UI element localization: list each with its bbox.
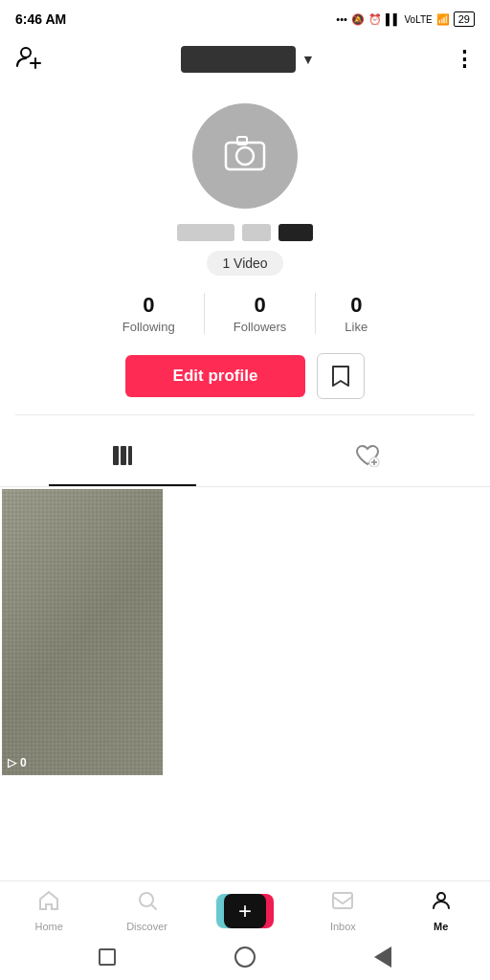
svg-rect-7 (121, 446, 126, 465)
svg-point-0 (21, 48, 31, 57)
nav-discover[interactable]: Discover (119, 889, 176, 932)
status-bar: 6:46 AM ••• 🔕 ⏰ ▌▌ VoLTE 📶 29 (0, 0, 490, 34)
svg-rect-14 (333, 893, 352, 908)
nav-inbox[interactable]: Inbox (314, 889, 371, 932)
video-thumbnail[interactable]: ▷ 0 (2, 489, 163, 775)
svg-point-15 (437, 893, 445, 901)
inbox-label: Inbox (330, 921, 356, 932)
circle-icon (234, 947, 256, 968)
play-icon: ▷ (8, 756, 16, 769)
nav-home[interactable]: Home (20, 889, 78, 932)
me-label: Me (434, 921, 448, 932)
video-grid: ▷ 0 (0, 487, 490, 777)
following-count: 0 (143, 293, 154, 318)
alarm-icon: ⏰ (368, 13, 382, 26)
triangle-icon (374, 947, 391, 968)
username-text-3 (278, 224, 313, 241)
username-area (177, 224, 313, 241)
followers-label: Followers (234, 320, 287, 334)
svg-point-4 (236, 147, 254, 165)
tab-grid[interactable] (0, 431, 245, 486)
inbox-icon (331, 889, 354, 918)
mute-icon: 🔕 (351, 13, 365, 26)
bookmark-button[interactable] (317, 353, 365, 399)
edit-profile-button[interactable]: Edit profile (125, 355, 306, 397)
followers-count: 0 (254, 293, 265, 318)
video-badge: 1 Video (207, 251, 282, 276)
profile-section: 1 Video 0 Following 0 Followers 0 Like E… (0, 84, 490, 431)
likes-label: Like (345, 320, 368, 334)
following-label: Following (122, 320, 175, 334)
plus-icon: + (238, 900, 252, 923)
signal-bars-icon: ▌▌ (386, 13, 401, 25)
video-play-count: ▷ 0 (8, 756, 27, 769)
username-text-1 (177, 224, 234, 241)
top-nav: ▼ ⋮ (0, 34, 490, 84)
signal-dots-icon: ••• (336, 13, 347, 25)
more-options-button[interactable]: ⋮ (454, 47, 475, 72)
nav-me[interactable]: Me (412, 889, 470, 932)
bottom-nav: Home Discover + (0, 880, 490, 980)
camera-icon (222, 129, 268, 184)
stats-row: 0 Following 0 Followers 0 Like (15, 293, 475, 334)
android-back-button[interactable] (94, 944, 121, 970)
play-count-number: 0 (20, 756, 27, 769)
nav-items: Home Discover + (0, 881, 490, 936)
android-home-button[interactable] (232, 944, 258, 970)
following-stat[interactable]: 0 Following (94, 293, 205, 334)
action-buttons: Edit profile (125, 353, 366, 399)
profile-divider (15, 414, 475, 415)
likes-count: 0 (350, 293, 362, 318)
android-nav-bar (0, 936, 490, 980)
battery-icon: 29 (454, 11, 475, 27)
grid-icon (111, 444, 134, 473)
liked-icon (355, 444, 380, 473)
me-icon (430, 889, 453, 918)
svg-rect-8 (128, 446, 132, 465)
username-text-2 (242, 224, 271, 241)
discover-label: Discover (126, 921, 167, 932)
status-icons: ••• 🔕 ⏰ ▌▌ VoLTE 📶 29 (336, 11, 475, 27)
discover-icon (136, 889, 159, 918)
username-dropdown[interactable]: ▼ (181, 46, 315, 73)
svg-rect-6 (113, 446, 119, 465)
content-tabs (0, 431, 490, 487)
followers-stat[interactable]: 0 Followers (205, 293, 317, 334)
lte-icon: VoLTE (404, 14, 432, 25)
dropdown-arrow-icon: ▼ (301, 52, 315, 67)
svg-line-13 (151, 905, 156, 910)
username-bar (181, 46, 296, 73)
home-icon (37, 889, 60, 918)
likes-stat[interactable]: 0 Like (316, 293, 396, 334)
nav-create[interactable]: + (216, 893, 274, 929)
thumbnail-image (2, 489, 163, 775)
square-icon (99, 948, 116, 966)
wifi-icon: 📶 (436, 13, 450, 26)
android-recents-button[interactable] (369, 944, 396, 970)
home-label: Home (35, 921, 63, 932)
status-time: 6:46 AM (15, 11, 66, 27)
avatar[interactable] (192, 103, 298, 209)
tab-liked[interactable] (245, 431, 490, 486)
add-user-button[interactable] (15, 43, 42, 76)
